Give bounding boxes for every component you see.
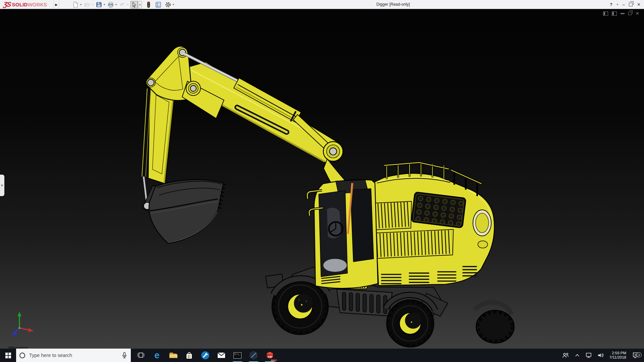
- view-orientation-label: *Dimetric: [8, 346, 29, 349]
- open-caret[interactable]: ▾: [91, 3, 94, 6]
- help-caret[interactable]: ▾: [617, 3, 618, 6]
- solidworks-2017-button[interactable]: SW 2017: [262, 349, 278, 362]
- toolbar-flyout-arrow[interactable]: ▶: [54, 0, 59, 9]
- speaker-icon: [597, 352, 604, 358]
- network-button[interactable]: [585, 352, 593, 358]
- file-explorer-icon: [169, 352, 177, 359]
- doc-restore-button[interactable]: [628, 12, 632, 15]
- triad-x-axis: [19, 328, 29, 330]
- select-tool-caret[interactable]: ▾: [138, 1, 142, 8]
- save-button[interactable]: [95, 1, 103, 8]
- mail-button[interactable]: [213, 349, 229, 362]
- solidworks-cube-icon: SW: [265, 351, 274, 360]
- new-document-caret[interactable]: ▾: [79, 3, 83, 6]
- select-cursor-icon: [133, 2, 136, 7]
- display-pane-button[interactable]: [612, 11, 617, 16]
- hexagon-app-icon: [249, 351, 258, 360]
- gear-icon: [166, 2, 170, 7]
- minimize-button[interactable]: –: [623, 0, 625, 9]
- print-caret[interactable]: ▾: [114, 3, 118, 6]
- titlebar: ƷS SOLID WORKS ▶ ▾ ▾ ▾ ▾ ▾: [0, 0, 644, 9]
- wrench-circle-icon: [201, 351, 210, 360]
- help-button[interactable]: ?: [610, 0, 612, 9]
- doc-minimize-button[interactable]: [621, 13, 625, 14]
- print-button[interactable]: [107, 1, 114, 8]
- cab: [307, 180, 378, 288]
- rebuild-button[interactable]: [145, 1, 152, 8]
- pane-icon-2: [612, 11, 617, 16]
- start-button[interactable]: [0, 349, 16, 362]
- people-button[interactable]: [561, 352, 570, 358]
- notification-badge: 2: [637, 352, 642, 357]
- door-window: [351, 189, 374, 262]
- close-button[interactable]: ✕: [637, 0, 641, 9]
- tray-overflow-chevron[interactable]: [573, 354, 582, 357]
- restore-button[interactable]: [629, 3, 633, 6]
- open-button[interactable]: [84, 1, 91, 8]
- engine-grille: [411, 192, 466, 228]
- tab-grip-dot: [1, 184, 3, 186]
- volume-button[interactable]: [596, 352, 605, 358]
- select-tool-button[interactable]: [130, 1, 138, 8]
- task-view-button[interactable]: [133, 349, 149, 362]
- solidworks-logo: ƷS SOLID WORKS: [3, 0, 47, 9]
- action-center-button[interactable]: 2: [631, 352, 642, 359]
- mail-icon: [217, 352, 225, 359]
- save-caret[interactable]: ▾: [103, 3, 106, 6]
- command-prompt-icon: C:\_: [233, 352, 241, 359]
- graphics-area[interactable]: ✕ *Dimetric: [0, 9, 644, 349]
- undo-caret[interactable]: ▾: [126, 3, 129, 6]
- network-icon: [586, 352, 592, 358]
- svg-text:SW: SW: [268, 355, 272, 358]
- doc-close-button[interactable]: ✕: [635, 11, 639, 16]
- front-right-wheel: [387, 300, 434, 347]
- taskbar-search[interactable]: [16, 349, 131, 362]
- feature-manager-collapsed-tab[interactable]: [0, 175, 4, 196]
- store-button[interactable]: [181, 349, 197, 362]
- document-window-controls: ✕: [603, 11, 639, 16]
- taskbar-clock[interactable]: 2:59 PM 7/11/2018: [608, 351, 628, 360]
- taskbar-apps: e: [133, 349, 278, 362]
- system-tray: 2:59 PM 7/11/2018 2: [561, 349, 644, 362]
- hexagon-app-button[interactable]: [246, 349, 262, 362]
- clock-time: 2:59 PM: [609, 351, 626, 355]
- settings-tool-button[interactable]: [197, 349, 213, 362]
- taskbar: e: [0, 349, 644, 362]
- edge-icon: e: [154, 351, 159, 360]
- task-view-icon: [137, 352, 145, 359]
- windows-logo-icon: [5, 353, 11, 358]
- xpress-products-button[interactable]: [155, 1, 162, 8]
- cortana-icon: [19, 353, 25, 358]
- bucket: [142, 180, 226, 243]
- options-caret[interactable]: ▾: [172, 3, 175, 6]
- chevron-up-icon: [575, 354, 580, 357]
- people-icon: [562, 352, 569, 358]
- microphone-icon[interactable]: [121, 352, 127, 359]
- feature-pane-button[interactable]: [603, 11, 608, 16]
- quick-access-toolbar: ▾ ▾ ▾ ▾ ▾ ▾: [72, 0, 176, 9]
- options-button[interactable]: [164, 1, 172, 8]
- window-title: Digger [Read-only]: [376, 0, 410, 9]
- solidworks-logo-mark: ƷS: [3, 1, 11, 8]
- excavator-model: [0, 9, 644, 349]
- store-icon: [185, 351, 194, 359]
- command-prompt-button[interactable]: C:\_: [229, 349, 246, 362]
- orientation-triad: [11, 312, 34, 336]
- pane-icon: [603, 11, 608, 16]
- file-explorer-button[interactable]: [165, 349, 181, 362]
- edge-button[interactable]: e: [149, 349, 165, 362]
- clock-date: 7/11/2018: [609, 355, 626, 360]
- open-folder-icon: [85, 4, 90, 6]
- undo-button[interactable]: [119, 1, 126, 8]
- new-document-button[interactable]: [72, 1, 79, 8]
- search-input[interactable]: [29, 353, 121, 358]
